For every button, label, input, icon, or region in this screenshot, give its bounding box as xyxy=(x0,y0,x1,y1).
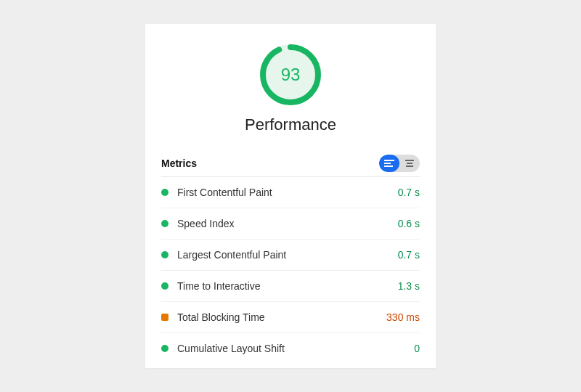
svg-rect-8 xyxy=(406,166,413,167)
score-title: Performance xyxy=(245,115,336,134)
align-center-icon xyxy=(405,160,415,167)
status-dot-icon xyxy=(161,189,168,196)
status-square-icon xyxy=(161,314,168,321)
metric-row: First Contentful Paint0.7 s xyxy=(161,177,420,208)
align-left-icon xyxy=(384,160,394,167)
svg-rect-4 xyxy=(384,163,391,164)
metric-row: Largest Contentful Paint0.7 s xyxy=(161,240,420,271)
status-dot-icon xyxy=(161,282,168,290)
metrics-header: Metrics xyxy=(161,150,420,177)
metric-value: 0.6 s xyxy=(398,218,420,229)
svg-rect-5 xyxy=(384,166,393,167)
view-toggle xyxy=(379,155,420,172)
toggle-compact-button[interactable] xyxy=(399,155,420,172)
metric-value: 0 xyxy=(414,343,420,354)
metric-label: First Contentful Paint xyxy=(177,187,398,198)
toggle-expanded-button[interactable] xyxy=(379,155,399,172)
metric-value: 0.7 s xyxy=(398,187,420,198)
metric-label: Largest Contentful Paint xyxy=(177,249,398,261)
metric-row: Time to Interactive1.3 s xyxy=(161,271,420,302)
metrics-heading: Metrics xyxy=(161,158,197,169)
metric-row: Speed Index0.6 s xyxy=(161,208,420,240)
svg-rect-3 xyxy=(384,160,394,161)
metric-row: Cumulative Layout Shift0 xyxy=(161,333,420,364)
metric-label: Speed Index xyxy=(177,218,398,229)
svg-rect-7 xyxy=(407,163,413,164)
metric-row: Total Blocking Time330 ms xyxy=(161,302,420,333)
status-dot-icon xyxy=(161,251,168,258)
metric-value: 1.3 s xyxy=(398,280,420,292)
metric-value: 0.7 s xyxy=(398,249,420,261)
metric-label: Time to Interactive xyxy=(177,280,398,292)
performance-card: 93 Performance Metrics First Conte xyxy=(145,24,436,368)
svg-rect-6 xyxy=(405,160,414,161)
status-dot-icon xyxy=(161,220,168,227)
status-dot-icon xyxy=(161,345,168,352)
metrics-list: First Contentful Paint0.7 sSpeed Index0.… xyxy=(161,177,420,364)
metric-label: Cumulative Layout Shift xyxy=(177,343,414,354)
score-gauge: 93 xyxy=(260,44,321,105)
score-gauge-section: 93 Performance xyxy=(161,44,420,134)
metric-label: Total Blocking Time xyxy=(177,311,386,323)
metric-value: 330 ms xyxy=(386,311,420,323)
score-value: 93 xyxy=(260,44,321,105)
